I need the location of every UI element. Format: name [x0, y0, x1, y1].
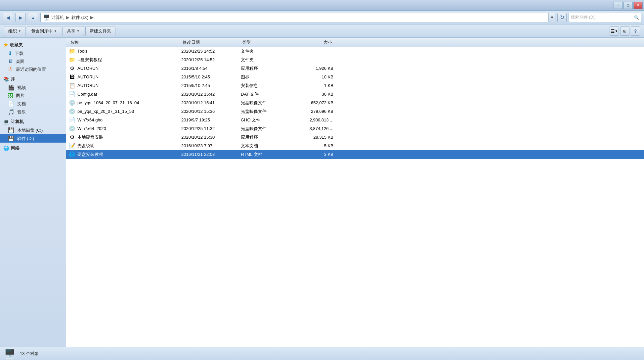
new-folder-button[interactable]: 新建文件夹 [85, 26, 115, 36]
table-row[interactable]: 🌐 硬盘安装教程 2016/11/21 22:03 HTML 文档 3 KB [66, 150, 644, 159]
favorites-star-icon: ★ [3, 42, 8, 48]
table-row[interactable]: 📄 Win7x64.gho 2019/9/7 19:25 GHO 文件 2,90… [66, 116, 644, 124]
file-type: 应用程序 [241, 66, 294, 71]
preview-pane-button[interactable]: ⊞ [620, 26, 629, 36]
help-button[interactable]: ? [631, 26, 640, 36]
sidebar-item-picture[interactable]: 🖼 图片 [0, 92, 66, 100]
file-name: Config.dat [77, 92, 181, 97]
table-row[interactable]: 📝 光盘说明 2016/10/23 7:07 文本文档 5 KB [66, 142, 644, 150]
sidebar-favorites-section: ★ 收藏夹 ⬇ 下载 🖥 桌面 ⏱ 最近访问的位置 [0, 40, 66, 73]
file-type: 光盘映像文件 [241, 126, 294, 132]
file-type-icon: 📁 [69, 48, 75, 54]
sidebar-item-desktop[interactable]: 🖥 桌面 [0, 58, 66, 66]
library-folder-icon: 📚 [3, 76, 9, 82]
search-icon[interactable]: 🔍 [634, 15, 639, 20]
breadcrumb-computer[interactable]: 计算机 [51, 15, 64, 21]
breadcrumb-drive[interactable]: 软件 (D:) [71, 15, 88, 21]
sidebar-item-music[interactable]: 🎵 音乐 [0, 108, 66, 116]
sidebar-item-video[interactable]: 🎬 视频 [0, 83, 66, 92]
sidebar-item-local-c[interactable]: 💾 本地磁盘 (C:) [0, 126, 66, 134]
file-type-icon: 💿 [69, 100, 75, 106]
file-size: 2,900,813 ... [294, 117, 333, 122]
up-button[interactable]: ▲ [28, 13, 38, 22]
back-button[interactable]: ◀ [3, 13, 13, 22]
forward-button[interactable]: ▶ [15, 13, 26, 22]
refresh-button[interactable]: ↻ [557, 13, 567, 22]
table-row[interactable]: ⚙ AUTORUN 2016/1/8 4:54 应用程序 1,926 KB [66, 64, 644, 73]
organize-arrow: ▼ [18, 29, 21, 33]
table-row[interactable]: 💿 pe_yqs_1064_20_07_31_16_04 2020/10/12 … [66, 99, 644, 107]
file-name: AUTORUN [77, 74, 181, 79]
view-icon: ☰ [611, 28, 615, 34]
file-name: 本地硬盘安装 [77, 134, 181, 140]
table-row[interactable]: 💿 Win7x64_2020 2020/12/25 11:32 光盘映像文件 3… [66, 124, 644, 133]
sidebar-item-document[interactable]: 📄 文档 [0, 100, 66, 108]
picture-icon: 🖼 [8, 93, 13, 99]
file-type-icon: 🌐 [69, 151, 75, 158]
file-date: 2020/12/25 14:52 [181, 49, 241, 54]
sidebar-item-soft-d[interactable]: 💾 软件 (D:) [0, 134, 66, 143]
search-bar[interactable]: 搜索 软件 (D:) 🔍 [569, 13, 641, 22]
file-type-icon: 📄 [69, 91, 75, 97]
view-options-button[interactable]: ☰ ▼ [610, 26, 619, 36]
sidebar-library-header[interactable]: 📚 库 [0, 75, 66, 83]
video-icon: 🎬 [8, 84, 15, 91]
file-type-icon: ⚙ [69, 65, 75, 71]
soft-disk-d-icon: 💾 [8, 135, 15, 142]
table-row[interactable]: 📁 Tools 2020/12/25 14:52 文件夹 [66, 47, 644, 56]
file-date: 2020/12/25 11:32 [181, 126, 241, 131]
table-row[interactable]: ⚙ 本地硬盘安装 2020/10/12 15:30 应用程序 28,315 KB [66, 133, 644, 142]
column-modified[interactable]: 修改日期 [181, 39, 241, 45]
file-size: 279,696 KB [294, 109, 333, 114]
file-type: 光盘映像文件 [241, 109, 294, 114]
share-arrow: ▼ [77, 29, 80, 33]
file-date: 2016/10/23 7:07 [181, 143, 241, 148]
sidebar-item-download[interactable]: ⬇ 下载 [0, 49, 66, 58]
file-name: 光盘说明 [77, 143, 181, 149]
status-count: 13 个对象 [20, 351, 39, 357]
minimize-button[interactable]: － [614, 2, 623, 9]
share-button[interactable]: 共享 ▼ [63, 26, 84, 36]
table-row[interactable]: 📄 Config.dat 2020/10/12 15:42 DAT 文件 36 … [66, 90, 644, 99]
address-dropdown[interactable]: ▼ [549, 13, 555, 22]
sidebar-favorites-header[interactable]: ★ 收藏夹 [0, 40, 66, 49]
file-size: 10 KB [294, 74, 333, 79]
file-date: 2015/5/10 2:45 [181, 83, 241, 88]
include-library-button[interactable]: 包含到库中 ▼ [27, 26, 61, 36]
file-size: 652,072 KB [294, 100, 333, 105]
file-name: 硬盘安装教程 [77, 152, 181, 158]
file-date: 2020/10/12 15:42 [181, 92, 241, 97]
column-size[interactable]: 大小 [294, 39, 333, 45]
status-bar: 🖥️ 13 个对象 [0, 347, 644, 360]
window-controls: － □ ✕ [614, 2, 643, 9]
breadcrumb-sep-2: ▶ [90, 15, 94, 20]
file-type: GHO 文件 [241, 117, 294, 123]
sidebar-network-label: 网络 [11, 145, 20, 151]
close-button[interactable]: ✕ [633, 2, 643, 9]
sidebar-computer-header[interactable]: 💻 计算机 [0, 117, 66, 126]
table-row[interactable]: 📁 U盘安装教程 2020/12/25 14:52 文件夹 [66, 56, 644, 64]
file-name: AUTORUN [77, 83, 181, 88]
file-size: 1 KB [294, 83, 333, 88]
file-type: 光盘映像文件 [241, 100, 294, 106]
organize-button[interactable]: 组织 ▼ [4, 26, 25, 36]
sidebar-network-header[interactable]: 🌐 网络 [0, 144, 66, 153]
column-type[interactable]: 类型 [241, 39, 294, 45]
file-size: 3 KB [294, 152, 333, 157]
file-type-icon: 🖼 [69, 74, 75, 80]
column-name[interactable]: 名称 [69, 39, 181, 45]
file-size: 5 KB [294, 143, 333, 148]
include-library-arrow: ▼ [54, 29, 57, 33]
file-type-icon: ⚙ [69, 134, 75, 140]
breadcrumb-sep-1: ▶ [66, 15, 69, 20]
sidebar-computer-label: 计算机 [11, 119, 24, 125]
table-row[interactable]: 🖼 AUTORUN 2015/5/10 2:45 图标 10 KB [66, 73, 644, 81]
maximize-button[interactable]: □ [623, 2, 633, 9]
sidebar-picture-label: 图片 [16, 93, 24, 99]
file-date: 2016/1/8 4:54 [181, 66, 241, 71]
file-size: 28,315 KB [294, 135, 333, 140]
table-row[interactable]: 💿 pe_yqs_xp_20_07_31_15_53 2020/10/12 15… [66, 107, 644, 116]
table-row[interactable]: 📋 AUTORUN 2015/5/10 2:45 安装信息 1 KB [66, 81, 644, 90]
sidebar-local-c-label: 本地磁盘 (C:) [17, 127, 43, 133]
sidebar-item-recent[interactable]: ⏱ 最近访问的位置 [0, 66, 66, 73]
